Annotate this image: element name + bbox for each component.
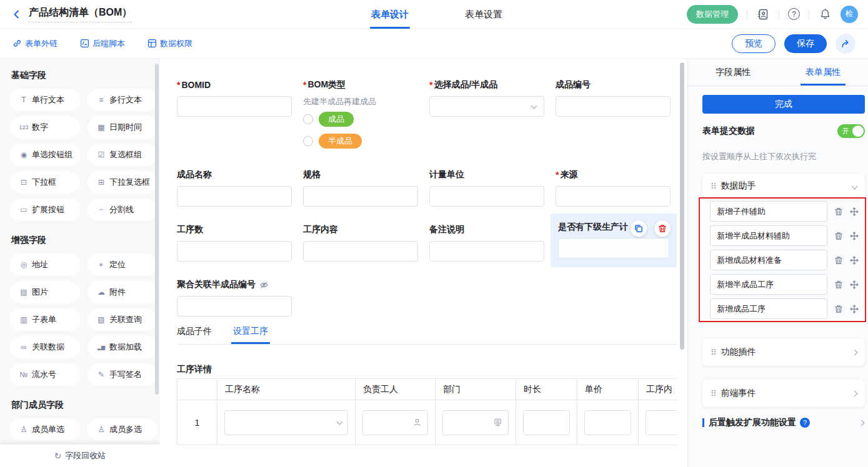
- field-type-subform[interactable]: ▥子表单: [10, 308, 80, 331]
- process-name-select[interactable]: [224, 410, 348, 435]
- has-sub-plan-input[interactable]: [558, 238, 669, 258]
- drag-handle-icon[interactable]: ⠿: [711, 389, 716, 398]
- contacts-book-icon[interactable]: [756, 7, 770, 21]
- field-bomid[interactable]: *BOMID: [177, 79, 292, 117]
- help-icon[interactable]: ?: [800, 418, 810, 428]
- trash-icon[interactable]: [834, 280, 843, 289]
- field-process-content[interactable]: 工序内容: [303, 224, 418, 262]
- frontend-events-card[interactable]: ⠿ 前端事件: [702, 380, 865, 407]
- spec-input[interactable]: [303, 186, 418, 207]
- copy-field-button[interactable]: [631, 220, 647, 237]
- field-type-serial-number[interactable]: №流水号: [10, 363, 80, 386]
- tab-process-setting[interactable]: 设置工序: [233, 326, 268, 337]
- field-type-checkbox-group[interactable]: ☑复选框组: [87, 144, 157, 166]
- bomid-input[interactable]: [177, 96, 292, 117]
- field-type-dropdown[interactable]: ⊡下拉框: [10, 171, 80, 194]
- function-plugins-card[interactable]: ⠿ 功能插件: [702, 338, 865, 366]
- field-recycle-bin[interactable]: ↻ 字段回收站: [0, 445, 160, 467]
- tab-form-properties[interactable]: 表单属性: [778, 59, 868, 86]
- field-type-number[interactable]: 123数字: [10, 116, 80, 139]
- form-design-canvas[interactable]: *BOMID *BOM类型 先建半成品再建成品 成品 半成品 *选择成品/半成品…: [160, 59, 687, 467]
- move-icon[interactable]: [850, 232, 859, 240]
- trash-icon[interactable]: [834, 232, 843, 240]
- field-process-count[interactable]: 工序数: [177, 224, 292, 262]
- field-type-dropdown-multi[interactable]: ⊞下拉复选框: [87, 171, 157, 194]
- tab-form-design[interactable]: 表单设计: [371, 0, 409, 29]
- delete-field-button[interactable]: [654, 220, 671, 237]
- agg-semi-code-input[interactable]: [177, 296, 292, 317]
- move-icon[interactable]: [850, 207, 859, 216]
- field-remark[interactable]: 备注说明: [429, 224, 544, 262]
- drag-handle-icon[interactable]: ⠿: [711, 348, 716, 357]
- backend-script-link[interactable]: 后端脚本: [80, 38, 125, 49]
- field-type-signature[interactable]: ✎手写签名: [87, 363, 157, 386]
- data-helper-card[interactable]: ⠿ 数据助手: [702, 174, 865, 199]
- process-content-cell-input[interactable]: [646, 410, 677, 435]
- done-button[interactable]: 完成: [702, 95, 865, 114]
- helper-item-label[interactable]: 新增成品工序: [710, 298, 827, 319]
- helper-item-label[interactable]: 新增半成品工序: [710, 274, 827, 295]
- field-type-geolocation[interactable]: ⌖定位: [87, 253, 157, 276]
- unit-price-input[interactable]: [584, 410, 631, 435]
- product-select[interactable]: [429, 96, 544, 117]
- field-source[interactable]: *来源: [556, 169, 671, 207]
- trash-icon[interactable]: [834, 305, 843, 313]
- field-type-relation-query[interactable]: ▧关联查询: [87, 308, 157, 331]
- helper-item-label[interactable]: 新增子件辅助: [710, 201, 827, 222]
- help-icon[interactable]: ?: [788, 8, 800, 20]
- helper-item-label[interactable]: 新增成品材料准备: [710, 250, 827, 270]
- move-icon[interactable]: [850, 280, 859, 289]
- field-spec[interactable]: 规格: [303, 169, 418, 207]
- tab-product-children[interactable]: 成品子件: [177, 326, 212, 337]
- radio-circle-icon[interactable]: [303, 136, 313, 146]
- data-permission-link[interactable]: 数据权限: [147, 38, 192, 49]
- radio-option-semi-finished[interactable]: 半成品: [303, 134, 418, 149]
- save-button[interactable]: 保存: [784, 34, 827, 53]
- field-bom-type[interactable]: *BOM类型 先建半成品再建成品 成品 半成品: [303, 79, 418, 155]
- field-type-attachment[interactable]: ☁附件: [87, 281, 157, 303]
- field-type-multi-line-text[interactable]: ≡多行文本: [87, 89, 157, 111]
- notification-bell-icon[interactable]: [818, 7, 832, 21]
- tab-field-properties[interactable]: 字段属性: [688, 59, 778, 86]
- source-input[interactable]: [556, 186, 671, 207]
- canvas-scrollbar[interactable]: [680, 62, 684, 350]
- field-type-radio-group[interactable]: ◉单选按钮组: [10, 144, 80, 166]
- process-content-input[interactable]: [303, 241, 418, 262]
- field-select-product[interactable]: *选择成品/半成品: [429, 79, 544, 117]
- field-type-data-load[interactable]: ▂▆数据加载: [87, 336, 157, 358]
- page-title[interactable]: 产品结构清单（BOM）: [29, 6, 132, 22]
- selected-field-has-sub-plan[interactable]: 是否有下级生产计: [551, 214, 677, 267]
- form-external-link[interactable]: 表单外链: [12, 38, 57, 49]
- drag-handle-icon[interactable]: ⠿: [711, 182, 716, 191]
- field-type-single-line-text[interactable]: T单行文本: [10, 89, 80, 111]
- submit-toggle[interactable]: 开: [837, 124, 865, 138]
- share-button[interactable]: [836, 34, 856, 54]
- duration-input[interactable]: [523, 410, 570, 435]
- remark-input[interactable]: [429, 241, 544, 262]
- field-type-member-single[interactable]: ♙成员单选: [10, 418, 80, 441]
- field-type-member-multi[interactable]: ♙成员多选: [87, 418, 157, 441]
- trash-icon[interactable]: [834, 207, 843, 216]
- field-product-code[interactable]: 成品编号: [556, 79, 671, 117]
- process-count-input[interactable]: [177, 241, 292, 262]
- trash-icon[interactable]: [834, 256, 843, 265]
- helper-item-label[interactable]: 新增半成品材料辅助: [710, 225, 827, 246]
- tab-form-settings[interactable]: 表单设置: [465, 0, 502, 29]
- avatar[interactable]: 检: [841, 6, 858, 23]
- back-icon[interactable]: [10, 7, 24, 21]
- worker-picker[interactable]: [362, 410, 428, 435]
- post-trigger-section[interactable]: 后置触发扩展功能设置 ?: [702, 417, 864, 428]
- move-icon[interactable]: [850, 305, 859, 313]
- field-agg-semi-code[interactable]: 聚合关联半成品编号: [177, 278, 292, 317]
- field-type-image[interactable]: ▤图片: [10, 281, 80, 303]
- unit-input[interactable]: [429, 186, 544, 207]
- radio-option-finished[interactable]: 成品: [303, 112, 418, 127]
- field-product-name[interactable]: 成品名称: [177, 169, 292, 207]
- sidebar-scrollbar[interactable]: [155, 64, 159, 395]
- field-type-datetime[interactable]: ▦日期时间: [87, 116, 157, 139]
- product-code-input[interactable]: [556, 96, 671, 117]
- field-type-divider[interactable]: ┄分割线: [87, 199, 157, 221]
- preview-button[interactable]: 预览: [732, 34, 776, 53]
- field-type-address[interactable]: ◎地址: [10, 253, 80, 276]
- product-name-input[interactable]: [177, 186, 292, 207]
